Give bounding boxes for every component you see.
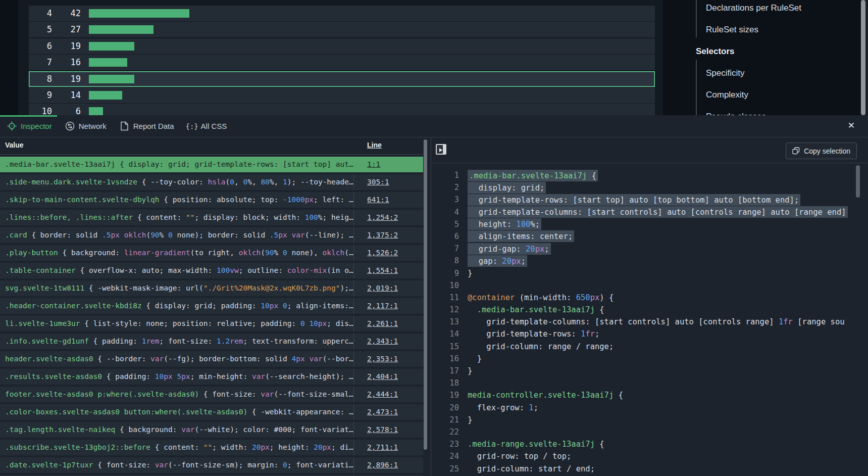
tab-label: Network xyxy=(79,122,107,130)
token: .5 xyxy=(102,231,111,239)
css-rule-preview: .color-boxes.svelte-asdas0 button:where(… xyxy=(0,404,354,420)
table-row[interactable]: .skip-to-main-content.svelte-dbylqh { po… xyxy=(0,192,428,208)
table-row[interactable]: .subscribe.svelte-13gboj2::before { cont… xyxy=(0,440,428,455)
table-row[interactable]: li.svelte-1ume3ur { list-style: none; po… xyxy=(0,316,428,331)
token: { font-size: xyxy=(93,461,155,469)
line-link[interactable]: 2,711:1 xyxy=(367,440,398,455)
chart-table-row[interactable]: 619 xyxy=(29,38,655,54)
table-row[interactable]: .play-button { background: linear-gradie… xyxy=(0,245,428,261)
table-row[interactable]: .color-boxes.svelte-asdas0 button:where(… xyxy=(0,404,428,420)
table-scrollbar-thumb[interactable] xyxy=(424,139,427,450)
line-link[interactable]: 1,526:2 xyxy=(367,245,398,261)
network-icon xyxy=(65,121,75,131)
code-text: grid-column: start / end; xyxy=(468,463,595,475)
table-row[interactable]: .card { border: solid .5px oklch(90% 0 n… xyxy=(0,227,428,243)
token: fr xyxy=(585,329,595,339)
line-link[interactable]: 1,254:2 xyxy=(367,210,398,225)
token: px xyxy=(270,302,278,310)
tab-network[interactable]: Network xyxy=(65,121,107,131)
table-row[interactable]: .tag.length.svelte-naikeq { background: … xyxy=(0,422,428,438)
table-row[interactable]: .results.svelte-asdas0 { padding: 10px 5… xyxy=(0,369,428,385)
code-scrollbar-thumb[interactable] xyxy=(856,165,860,198)
line-link[interactable]: 2,353:1 xyxy=(367,351,398,367)
line-link[interactable]: 2,473:1 xyxy=(367,404,398,420)
table-row[interactable]: .table-container { overflow-x: auto; max… xyxy=(0,263,428,278)
line-link[interactable]: 2,896:1 xyxy=(367,457,398,473)
token: 650 xyxy=(576,293,590,302)
selection-highlight: height: 100%; xyxy=(468,218,541,230)
line-number: 13 xyxy=(431,316,468,328)
line-column-header[interactable]: Line xyxy=(367,141,382,149)
bar xyxy=(89,58,127,67)
css-rule-preview: .side-menu.dark.svelte-1vsndze { --toy-c… xyxy=(0,174,354,190)
close-icon[interactable]: ✕ xyxy=(848,121,855,131)
page-scrollbar[interactable] xyxy=(860,0,868,115)
token: none), xyxy=(287,249,323,257)
token: ; dis… xyxy=(327,319,353,327)
line-link[interactable]: 2,444:1 xyxy=(367,387,398,402)
line-link[interactable]: 641:1 xyxy=(367,192,389,208)
line-link[interactable]: 1,375:2 xyxy=(367,227,398,243)
copy-selection-button[interactable]: Copy selection xyxy=(786,142,857,159)
line-number: 11 xyxy=(431,292,468,304)
table-row[interactable]: header.svelte-asdas0 { --border: var(--f… xyxy=(0,351,428,367)
sidebar-item-specificity[interactable]: Specificity xyxy=(663,62,860,84)
line-number: 10 xyxy=(431,279,468,292)
css-rule-preview: .tag.length.svelte-naikeq { background: … xyxy=(0,422,354,438)
chart-table-row[interactable]: 819 xyxy=(29,71,655,87)
tab-report-data[interactable]: Report Data xyxy=(120,121,174,131)
line-link[interactable]: 1:1 xyxy=(367,157,380,172)
token: px xyxy=(261,443,269,451)
sidebar-item-complexity[interactable]: Complexity xyxy=(663,84,860,106)
token: .header-container.svelte-kbdi8z xyxy=(5,302,142,310)
line-link[interactable]: 305:1 xyxy=(367,174,389,190)
token: { -webkit-appearance: … xyxy=(247,408,353,416)
chart-table-row[interactable]: 716 xyxy=(29,55,655,70)
document-icon xyxy=(120,121,129,131)
token: ; left: … xyxy=(314,196,353,204)
table-row[interactable]: .lines::before, .lines::after { content:… xyxy=(0,210,428,225)
tab-inspector[interactable]: Inspector xyxy=(7,121,52,131)
table-row[interactable]: footer.svelte-asdas0 p:where(.svelte-asd… xyxy=(0,387,428,402)
line-link[interactable]: 2,261:1 xyxy=(367,316,398,331)
line-link[interactable]: 2,404:1 xyxy=(367,369,398,385)
token: 4 xyxy=(291,355,296,363)
sidebar-item-pseudo-classes[interactable]: Pseudo classes xyxy=(663,106,860,115)
nav-section-header[interactable]: Selectors xyxy=(663,40,860,62)
sidebar-item-ruleset-sizes[interactable]: RuleSet sizes xyxy=(663,19,860,40)
chart-table-row[interactable]: 442 xyxy=(29,6,655,21)
tab-label: Report Data xyxy=(133,122,174,130)
row-count-value: 19 xyxy=(52,38,81,54)
line-link[interactable]: 2,019:1 xyxy=(367,280,398,296)
table-row[interactable]: svg.svelte-1tw8111 { -webkit-mask-image:… xyxy=(0,280,428,296)
chart-table-row[interactable]: 914 xyxy=(29,87,655,103)
chart-table-row[interactable]: 527 xyxy=(29,22,655,37)
token: { display: grid; padding: xyxy=(142,302,261,310)
line-number: 15 xyxy=(431,341,468,353)
token: [range sou xyxy=(793,317,845,326)
line-link[interactable]: 2,578:1 xyxy=(367,422,398,438)
token: grid-template-rows: xyxy=(468,329,581,339)
line-link[interactable]: 1,554:1 xyxy=(367,263,398,278)
token: ) { xyxy=(599,293,614,302)
code-text: grid-template-columns: [start controls] … xyxy=(468,316,845,328)
table-scrollbar[interactable] xyxy=(423,137,428,476)
css-rule-preview: li.svelte-1ume3ur { list-style: none; po… xyxy=(0,316,354,331)
table-row[interactable]: .media-bar.svelte-13aai7j { display: gri… xyxy=(0,157,428,172)
code-line: 6 align-items: center; xyxy=(431,230,868,243)
table-row[interactable]: .date.svelte-1p7tuxr { font-size: var(--… xyxy=(0,457,428,473)
toggle-sidebar-icon[interactable] xyxy=(436,144,446,155)
line-link[interactable]: 2,117:1 xyxy=(367,298,398,314)
page-scrollbar-thumb[interactable] xyxy=(861,0,865,115)
play-triangle-icon xyxy=(439,148,442,152)
token: ; min-height: xyxy=(190,372,252,380)
line-link[interactable]: 2,343:1 xyxy=(367,334,398,349)
code-text: media-controller.svelte-13aai7j { xyxy=(468,389,623,401)
table-row[interactable]: .header-container.svelte-kbdi8z { displa… xyxy=(0,298,428,314)
table-row[interactable]: .info.svelte-gd1unf { padding: 1rem; fon… xyxy=(0,334,428,349)
sidebar-item-declarations-per-ruleset[interactable]: Declarations per RuleSet xyxy=(663,0,860,19)
table-row[interactable]: .side-menu.dark.svelte-1vsndze { --toy-c… xyxy=(0,174,428,190)
token: oklch xyxy=(239,249,261,257)
tab-all-css[interactable]: {:}All CSS xyxy=(187,121,227,131)
token: );… xyxy=(340,284,353,292)
